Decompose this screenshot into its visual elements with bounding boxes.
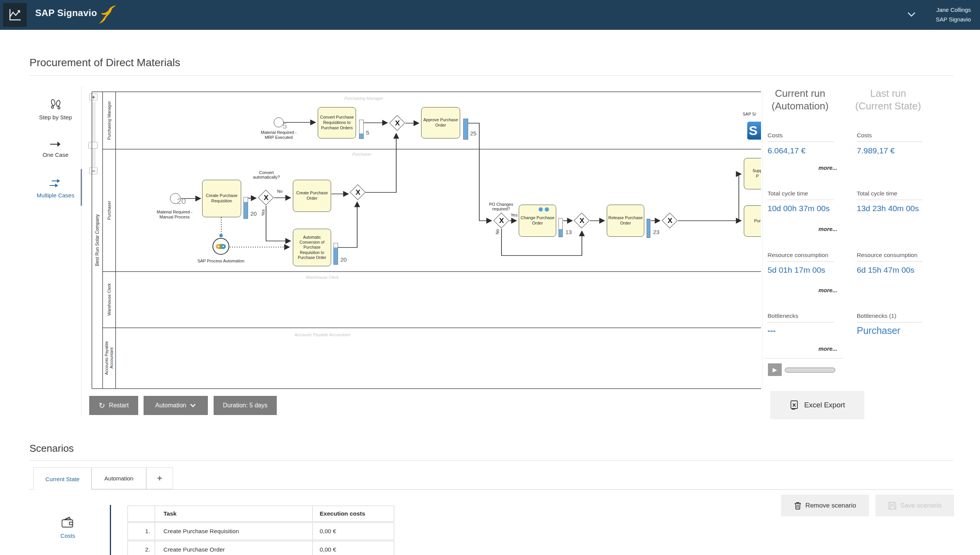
gateway-x: X bbox=[264, 194, 269, 202]
zoom-out-button[interactable]: − bbox=[89, 167, 98, 174]
last-run-title: Last run bbox=[846, 87, 930, 100]
gateway-x: X bbox=[395, 119, 400, 127]
edge-label-yes: Yes bbox=[261, 209, 265, 216]
sidebar-item-one-case[interactable]: One Case bbox=[29, 140, 82, 158]
task-convert-requisitions[interactable]: Convert Purchase Requisitions to Purchas… bbox=[318, 107, 356, 138]
save-icon bbox=[888, 501, 897, 510]
add-scenario-tab[interactable]: + bbox=[146, 467, 173, 489]
zoom-slider-track[interactable] bbox=[93, 102, 95, 166]
costs-value-current: 6.064,17 € bbox=[768, 146, 805, 155]
diagram-clip-region: SAP S/ S Supp P Pur bbox=[743, 92, 761, 389]
table-header-row: Task Execution costs bbox=[127, 506, 394, 522]
scenarios-heading: Scenarios bbox=[29, 443, 74, 454]
gateway-x: X bbox=[356, 188, 361, 197]
row-cost[interactable]: 0,00 € bbox=[312, 523, 394, 540]
edge-label-no: No bbox=[277, 189, 283, 194]
start-event-label: Material Required - Manual Process bbox=[152, 210, 197, 220]
progress-bar bbox=[359, 120, 364, 139]
gateway-question: PO Changes required? bbox=[485, 202, 517, 211]
save-scenario-label: Save scenario bbox=[900, 502, 942, 509]
progress-bar bbox=[463, 119, 468, 140]
lane-watermark: Purchaser bbox=[352, 152, 371, 156]
task-create-po[interactable]: Create Purchase Order bbox=[293, 180, 331, 212]
line-chart-icon bbox=[8, 8, 22, 22]
sidebar-item-multiple-cases[interactable]: Multiple Cases bbox=[29, 178, 82, 199]
bar-count: 13 bbox=[565, 229, 572, 235]
duration-label: Duration: 5 days bbox=[223, 402, 268, 409]
restart-button[interactable]: ↻ Restart bbox=[89, 396, 138, 415]
col-task: Task bbox=[155, 506, 312, 521]
user-name: Jane Collings bbox=[936, 5, 971, 15]
remove-scenario-button[interactable]: Remove scenario bbox=[781, 495, 869, 516]
duration-button[interactable]: Duration: 5 days bbox=[214, 396, 277, 415]
sap-process-automation-icon[interactable] bbox=[212, 238, 229, 255]
lane-watermark: Warehouse Clerk bbox=[306, 275, 339, 280]
save-scenario-button[interactable]: Save scenario bbox=[875, 495, 954, 516]
dotted-separator bbox=[764, 358, 843, 358]
task-approve-po[interactable]: Approve Purchase Order bbox=[421, 107, 460, 138]
costs-label: Costs bbox=[768, 132, 783, 139]
more-link-costs[interactable]: more... bbox=[818, 164, 837, 171]
bottleneck-link-purchaser[interactable]: Purchaser bbox=[857, 325, 900, 336]
task-supplier-clipped[interactable]: Supp P bbox=[744, 158, 761, 189]
automation-label: SAP Process Automation bbox=[198, 259, 245, 263]
sidebar-item-label: Multiple Cases bbox=[37, 192, 74, 199]
row-cost[interactable]: 0,00 € bbox=[312, 541, 394, 555]
costs-label: Costs bbox=[857, 132, 872, 139]
token-dot bbox=[539, 207, 543, 212]
chevron-down-icon[interactable] bbox=[906, 11, 916, 18]
sidebar-divider bbox=[81, 86, 82, 417]
cycle-label: Total cycle time bbox=[768, 190, 808, 197]
app-chart-icon[interactable] bbox=[3, 3, 27, 27]
resource-value-last: 6d 15h 47m 00s bbox=[857, 265, 915, 275]
more-link-cycle[interactable]: more... bbox=[818, 226, 837, 232]
zoom-in-button[interactable]: + bbox=[89, 93, 98, 101]
tab-current-state[interactable]: Current State bbox=[33, 467, 91, 490]
col-index bbox=[128, 506, 155, 521]
remove-scenario-label: Remove scenario bbox=[805, 502, 856, 509]
table-row: 1. Create Purchase Requisition 0,00 € bbox=[127, 522, 394, 540]
scenario-nav-costs[interactable]: Costs bbox=[54, 516, 81, 539]
zoom-slider-handle[interactable] bbox=[88, 142, 98, 149]
scenario-nav-indicator bbox=[110, 505, 111, 555]
bottlenecks-label: Bottlenecks bbox=[768, 312, 798, 319]
sidebar-item-label: One Case bbox=[42, 151, 69, 158]
scenario-value: Automation bbox=[155, 402, 186, 409]
bar-count: 23 bbox=[653, 229, 660, 235]
lane-label-purchasing-manager: Purchasing Manager bbox=[107, 101, 111, 140]
chevron-down-icon bbox=[190, 404, 196, 407]
title-divider bbox=[29, 75, 953, 76]
user-menu[interactable]: Jane Collings SAP Signavio bbox=[936, 5, 971, 24]
play-button[interactable]: ▶ bbox=[768, 363, 782, 376]
bar-count: 20 bbox=[250, 210, 257, 217]
scenario-dropdown[interactable]: Automation bbox=[144, 396, 208, 415]
bar-count: 25 bbox=[470, 130, 477, 137]
signavio-gazelle-logo bbox=[95, 4, 117, 26]
task-purchase-clipped[interactable]: Pur bbox=[744, 205, 761, 237]
task-create-pr[interactable]: Create Purchase Requisition bbox=[202, 180, 241, 217]
task-release-po[interactable]: Release Purchase Order bbox=[607, 205, 644, 237]
task-change-po[interactable]: Change Purchase Order bbox=[519, 205, 556, 237]
sidebar-item-label: Step by Step bbox=[39, 114, 72, 120]
bar-count: 5 bbox=[366, 129, 369, 136]
token-count: 20 bbox=[177, 197, 186, 206]
cycle-label: Total cycle time bbox=[857, 190, 897, 197]
excel-icon bbox=[790, 400, 800, 410]
playback-slider[interactable] bbox=[785, 368, 835, 373]
more-link-resource[interactable]: more... bbox=[818, 287, 837, 293]
tab-automation[interactable]: Automation bbox=[91, 467, 146, 489]
gateway-x: X bbox=[668, 216, 673, 225]
scenario-nav-label: Costs bbox=[54, 532, 81, 539]
panel-divider bbox=[762, 92, 763, 389]
task-label: Supp bbox=[753, 168, 761, 174]
current-run-header: Current run (Automation) bbox=[758, 87, 842, 112]
lane-watermark: Accounts Payable Accountant bbox=[294, 332, 350, 337]
task-auto-conversion[interactable]: Automatic Conversion of Purchase Requisi… bbox=[293, 229, 331, 266]
gateway-x: X bbox=[580, 216, 585, 225]
more-link-bottlenecks[interactable]: more... bbox=[818, 345, 837, 352]
excel-export-button[interactable]: Excel Export bbox=[770, 391, 864, 419]
cycle-value-last: 13d 23h 40m 00s bbox=[857, 204, 919, 213]
edge-label-no: No bbox=[495, 229, 500, 234]
sidebar-item-step-by-step[interactable]: Step by Step bbox=[29, 98, 82, 120]
token-dot bbox=[545, 207, 549, 212]
